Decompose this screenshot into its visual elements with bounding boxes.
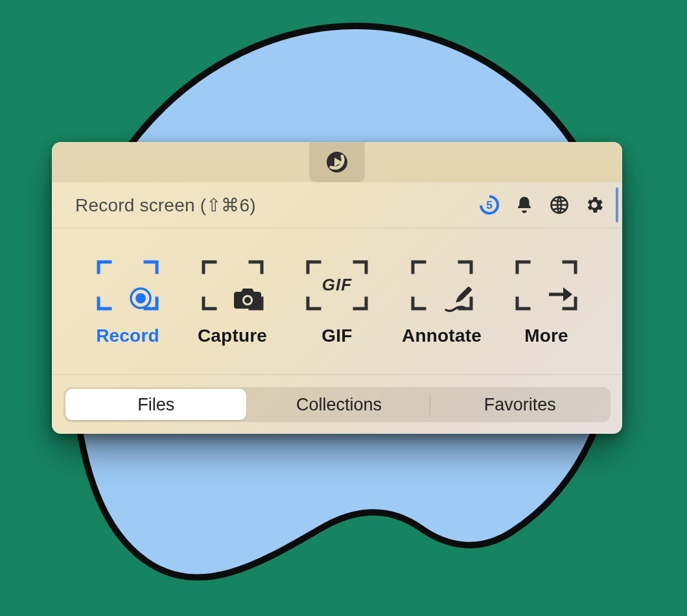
app-panel: Record screen (⇧⌘6) 5 [52, 142, 622, 434]
tab-collections[interactable]: Collections [248, 387, 429, 422]
tab-favorites-label: Favorites [484, 395, 556, 415]
gif-label: GIF [321, 326, 352, 346]
bell-icon [515, 195, 534, 215]
capture-button[interactable]: Capture [184, 259, 281, 346]
more-label: More [524, 326, 568, 346]
annotate-button[interactable]: Annotate [393, 259, 491, 346]
more-button[interactable]: More [498, 259, 595, 346]
tab-files[interactable]: Files [65, 389, 246, 420]
record-button[interactable]: Record [79, 259, 176, 346]
gear-icon [584, 195, 605, 215]
web-button[interactable] [548, 194, 570, 216]
segmented-control: Files Collections Favorites [64, 387, 611, 422]
gif-icon: GIF [322, 275, 352, 295]
title-bar: Record screen (⇧⌘6) 5 [52, 182, 622, 228]
annotate-label: Annotate [402, 326, 482, 346]
actions-row: Record [52, 228, 622, 375]
settings-button[interactable] [583, 194, 605, 216]
svg-text:5: 5 [486, 199, 492, 211]
countdown-button[interactable]: 5 [478, 194, 500, 216]
gif-button[interactable]: GIF GIF [288, 259, 386, 346]
tab-favorites[interactable]: Favorites [430, 387, 611, 422]
tab-files-label: Files [137, 395, 174, 415]
globe-icon [550, 195, 569, 215]
svg-marker-12 [563, 287, 572, 302]
tab-collections-label: Collections [296, 395, 382, 415]
notifications-button[interactable] [513, 194, 535, 216]
svg-rect-9 [458, 286, 472, 301]
svg-point-8 [244, 297, 251, 303]
tabs-row: Files Collections Favorites [52, 375, 622, 434]
countdown-icon: 5 [478, 194, 500, 216]
logo-icon [324, 149, 350, 175]
menubar-app-button[interactable] [309, 142, 365, 182]
svg-point-6 [135, 293, 146, 303]
capture-label: Capture [198, 326, 267, 346]
scroll-indicator [616, 187, 618, 222]
menubar [52, 142, 622, 182]
record-label: Record [96, 326, 159, 346]
title-text: Record screen (⇧⌘6) [75, 195, 256, 216]
